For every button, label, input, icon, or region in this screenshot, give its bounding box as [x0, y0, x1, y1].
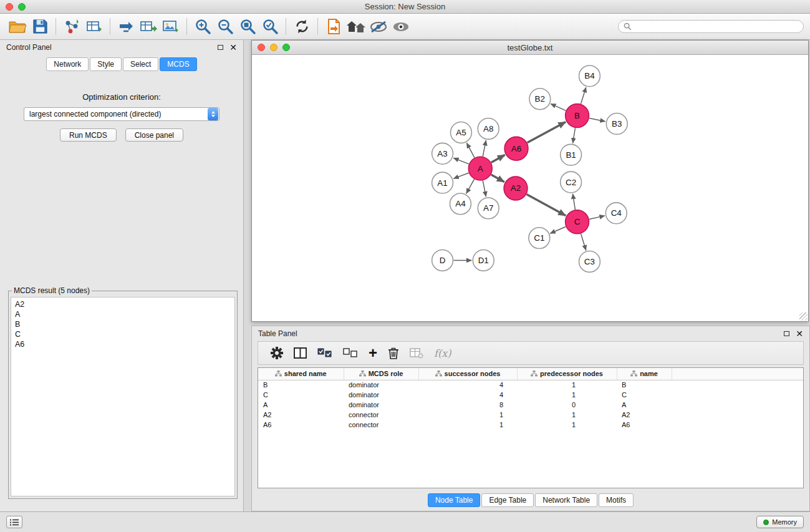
zoom-selected-icon[interactable]: [259, 17, 281, 37]
graph-edge-C-C4[interactable]: [589, 216, 605, 220]
graph-edge-A-A6[interactable]: [491, 155, 505, 162]
hide-selected-icon[interactable]: [367, 17, 390, 37]
graph-node-A4[interactable]: A4: [450, 193, 471, 215]
graph-edge-C-C1[interactable]: [550, 227, 566, 234]
graph-node-B2[interactable]: B2: [529, 89, 551, 110]
graph-edge-C-C3[interactable]: [581, 234, 586, 251]
graph-node-C[interactable]: C: [566, 210, 589, 234]
mcds-result-item[interactable]: A2: [15, 299, 231, 309]
graph-edge-C-C2[interactable]: [572, 194, 575, 210]
tab-network-table[interactable]: Network Table: [535, 493, 597, 507]
graph-node-A1[interactable]: A1: [432, 172, 453, 193]
graph-edge-A-A1[interactable]: [453, 173, 468, 178]
table-row[interactable]: A2connector11A2: [258, 410, 803, 420]
run-mcds-button[interactable]: Run MCDS: [60, 128, 117, 142]
graph-node-C1[interactable]: C1: [529, 228, 550, 249]
table-cell[interactable]: 0: [517, 400, 617, 410]
column-header-mcds-role[interactable]: MCDS role: [344, 368, 418, 380]
network-window-titlebar[interactable]: testGlobe.txt: [252, 41, 808, 55]
import-network-icon[interactable]: [60, 17, 83, 37]
graph-edge-A-A2[interactable]: [491, 175, 504, 182]
graph-node-C2[interactable]: C2: [561, 172, 582, 193]
node-table[interactable]: shared nameMCDS rolesuccessor nodesprede…: [258, 368, 803, 430]
table-cell[interactable]: 1: [517, 420, 617, 430]
graph-edge-A6-B[interactable]: [528, 122, 566, 142]
graph-node-C4[interactable]: C4: [605, 203, 627, 224]
first-neighbors-icon[interactable]: [345, 17, 367, 37]
resize-grip-icon[interactable]: [799, 312, 808, 321]
tab-motifs[interactable]: Motifs: [599, 493, 634, 507]
float-table-panel-icon[interactable]: [784, 331, 789, 336]
graph-node-A8[interactable]: A8: [478, 118, 499, 140]
table-row[interactable]: Adominator80A: [258, 400, 803, 410]
table-cell[interactable]: B: [617, 380, 672, 390]
delete-column-icon[interactable]: [388, 344, 399, 362]
panel-chooser-button[interactable]: [6, 516, 22, 528]
mcds-result-item[interactable]: A6: [15, 339, 231, 349]
add-column-icon[interactable]: +: [369, 344, 377, 362]
table-cell[interactable]: A2: [617, 410, 672, 420]
refresh-icon[interactable]: [291, 17, 313, 37]
deselect-all-rows-icon[interactable]: [343, 344, 358, 362]
tab-node-table[interactable]: Node Table: [428, 493, 481, 507]
graph-node-A5[interactable]: A5: [451, 122, 472, 143]
graph-node-D[interactable]: D: [432, 250, 453, 271]
show-all-icon[interactable]: [390, 17, 412, 37]
mcds-result-item[interactable]: A: [15, 309, 231, 319]
zoom-fit-icon[interactable]: [236, 17, 259, 37]
select-all-rows-icon[interactable]: [317, 344, 332, 362]
table-cell[interactable]: A: [617, 400, 672, 410]
graph-node-B1[interactable]: B1: [561, 144, 582, 165]
zoom-in-icon[interactable]: [191, 17, 214, 37]
export-table-icon[interactable]: [137, 17, 160, 37]
table-cell[interactable]: connector: [344, 410, 418, 420]
criterion-dropdown[interactable]: largest connected component (directed): [24, 107, 219, 121]
mcds-result-list[interactable]: A2ABCA6: [11, 297, 235, 496]
export-image-icon[interactable]: [160, 17, 182, 37]
tab-edge-table[interactable]: Edge Table: [481, 493, 534, 507]
open-session-file-icon[interactable]: [322, 17, 345, 37]
close-table-panel-icon[interactable]: ✕: [796, 329, 803, 338]
table-row[interactable]: Bdominator41B: [258, 380, 803, 390]
table-cell[interactable]: 4: [418, 380, 517, 390]
table-settings-gear-icon[interactable]: [271, 344, 283, 362]
column-header-shared-name[interactable]: shared name: [258, 368, 344, 380]
mcds-result-item[interactable]: B: [15, 319, 231, 329]
graph-edge-A-A8[interactable]: [483, 140, 486, 157]
graph-node-A[interactable]: A: [468, 157, 492, 180]
show-columns-icon[interactable]: [294, 344, 307, 362]
table-cell[interactable]: dominator: [344, 400, 418, 410]
column-header-predecessor-nodes[interactable]: predecessor nodes: [517, 368, 617, 380]
table-cell[interactable]: dominator: [344, 380, 418, 390]
search-input[interactable]: [635, 22, 798, 31]
tab-style[interactable]: Style: [90, 57, 122, 71]
graph-edge-B-B3[interactable]: [589, 118, 605, 122]
open-file-icon[interactable]: [6, 17, 29, 37]
table-cell[interactable]: 1: [517, 410, 617, 420]
table-cell[interactable]: 1: [418, 420, 517, 430]
graph-edge-B-B1[interactable]: [573, 128, 576, 143]
table-cell[interactable]: B: [258, 380, 344, 390]
graph-node-D1[interactable]: D1: [473, 250, 494, 271]
graph-edge-A-A3[interactable]: [453, 158, 469, 164]
graph-node-B4[interactable]: B4: [579, 65, 600, 87]
table-cell[interactable]: 1: [517, 380, 617, 390]
table-cell[interactable]: 1: [418, 410, 517, 420]
close-panel-icon[interactable]: ✕: [229, 43, 237, 52]
save-session-icon[interactable]: [29, 17, 51, 37]
graph-edge-B-B4[interactable]: [581, 87, 586, 104]
graph-node-A3[interactable]: A3: [432, 143, 453, 164]
node-table-container[interactable]: shared nameMCDS rolesuccessor nodesprede…: [258, 367, 804, 488]
column-header-successor-nodes[interactable]: successor nodes: [418, 368, 517, 380]
graph-node-A7[interactable]: A7: [478, 198, 499, 219]
table-cell[interactable]: A2: [258, 410, 344, 420]
tab-select[interactable]: Select: [123, 57, 158, 71]
zoom-out-icon[interactable]: [214, 17, 236, 37]
graph-node-A6[interactable]: A6: [504, 137, 528, 160]
graph-edge-B-B2[interactable]: [551, 104, 566, 110]
table-cell[interactable]: dominator: [344, 390, 418, 400]
table-cell[interactable]: C: [617, 390, 672, 400]
table-cell[interactable]: 8: [418, 400, 517, 410]
table-row[interactable]: A6connector11A6: [258, 420, 803, 430]
graph-edge-A-A7[interactable]: [483, 181, 486, 197]
